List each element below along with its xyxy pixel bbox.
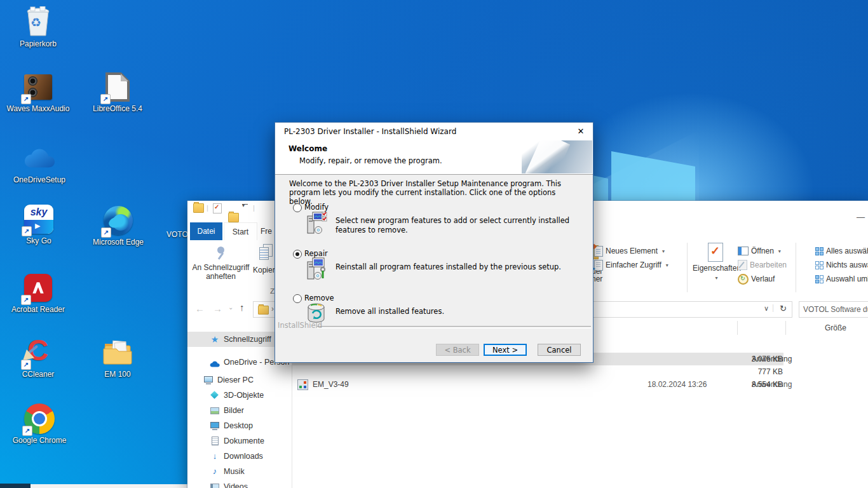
repair-radio[interactable] xyxy=(293,250,302,259)
properties-icon: ✓ xyxy=(708,243,723,262)
invert-selection-button[interactable]: Auswahl umkehren xyxy=(815,273,868,285)
modify-radio[interactable] xyxy=(293,203,302,212)
brand-divider xyxy=(317,326,591,329)
desktop-icon-microsoft-edge[interactable]: ↗ Microsoft Edge xyxy=(88,205,149,247)
edit-icon xyxy=(738,260,747,270)
shortcut-arrow-icon: ↗ xyxy=(101,227,111,238)
desktop-icon-label: EM 100 xyxy=(104,370,130,379)
recent-locations-icon[interactable]: ⌄ xyxy=(228,304,233,311)
tab-datei[interactable]: Datei xyxy=(190,222,222,240)
sidebar-item-bilder[interactable]: Bilder xyxy=(187,403,292,418)
documents-icon xyxy=(210,436,220,446)
recycle-symbol: ♻ xyxy=(31,15,41,30)
shortcut-arrow-icon: ↗ xyxy=(21,295,31,305)
remove-description: Remove all installed features. xyxy=(336,307,580,316)
remove-radio[interactable] xyxy=(293,294,302,303)
desktop-icon-sky-go[interactable]: sky ▶ ↗ Sky Go xyxy=(8,203,69,245)
waves-maxxaudio-icon: ↗ xyxy=(22,71,54,103)
dialog-header: Welcome Modify, repair, or remove the pr… xyxy=(275,140,593,175)
quick-access-newfolder-icon[interactable] xyxy=(228,213,239,222)
sidebar-item-downloads[interactable]: ↓ Downloads xyxy=(187,449,292,464)
quick-access-folder-icon[interactable] xyxy=(193,203,204,213)
3d-objects-icon xyxy=(210,390,220,400)
desktop-screen: ♻ Papierkorb ↗ Waves MaxxAudio ↗ LibreOf… xyxy=(0,0,868,488)
modify-icon xyxy=(307,212,327,238)
desktop-icon-label: Waves MaxxAudio xyxy=(7,105,70,113)
easy-access-button[interactable]: ▸ Einfacher Zugriff ▾ xyxy=(594,259,668,271)
shortcut-arrow-icon: ↗ xyxy=(21,94,31,104)
clipboard-group-label-partial: Z xyxy=(270,287,275,295)
desktop-icon-google-chrome[interactable]: ↗ Google Chrome xyxy=(9,403,70,445)
select-all-icon xyxy=(815,247,824,255)
invert-selection-icon xyxy=(815,275,824,283)
pin-to-quick-access-button[interactable]: An Schnellzugriff anheften xyxy=(187,263,254,281)
refresh-icon[interactable]: ↻ xyxy=(780,304,787,313)
close-icon[interactable]: ✕ xyxy=(574,125,588,138)
search-box[interactable]: VOTOL Software dur xyxy=(799,301,868,318)
repair-label: Repair xyxy=(304,249,328,258)
back-icon[interactable]: ← xyxy=(195,303,205,314)
application-file-icon xyxy=(297,379,308,390)
remove-label: Remove xyxy=(304,294,334,302)
pin-icon xyxy=(215,245,229,261)
sidebar-item-desktop[interactable]: Desktop xyxy=(187,418,292,433)
shortcut-arrow-icon: ↗ xyxy=(21,360,31,370)
music-icon: ♪ xyxy=(210,466,220,477)
new-item-button[interactable]: Neues Element ▾ xyxy=(594,245,665,257)
installshield-wizard-dialog: PL-2303 Driver Installer - InstallShield… xyxy=(275,122,593,363)
ccleaner-icon: C ↗ xyxy=(22,337,54,369)
up-icon[interactable]: ↑ xyxy=(240,302,245,313)
desktop-icon-waves-maxxaudio[interactable]: ↗ Waves MaxxAudio xyxy=(8,71,69,113)
dialog-header-subtitle: Modify, repair, or remove the program. xyxy=(299,156,442,165)
address-folder-icon xyxy=(258,306,269,315)
desktop-icon-onedrivesetup[interactable]: OneDriveSetup xyxy=(9,142,70,184)
history-button[interactable]: ↻ Verlauf xyxy=(738,273,775,285)
select-all-button[interactable]: Alles auswählen xyxy=(815,245,868,257)
dialog-title-bar[interactable]: PL-2303 Driver Installer - InstallShield… xyxy=(275,123,593,140)
desktop-icon-label: CCleaner xyxy=(22,370,55,379)
select-none-button[interactable]: Nichts auswählen xyxy=(815,259,868,271)
quick-access-properties-icon[interactable]: ✓ xyxy=(213,203,222,214)
table-row[interactable]: EM_V3-49 18.02.2024 13:26 Anwendung 8.55… xyxy=(292,378,783,391)
installshield-page-curl-graphic xyxy=(522,140,592,173)
minimize-icon[interactable]: — xyxy=(857,212,865,222)
desktop-icon-label: OneDriveSetup xyxy=(13,176,65,184)
sidebar-item-3d-objekte[interactable]: 3D-Objekte xyxy=(187,388,292,403)
modify-label: Modify xyxy=(304,203,329,212)
desktop-icon-em-100-folder[interactable]: EM 100 xyxy=(87,337,148,379)
desktop-icon-label: LibreOffice 5.4 xyxy=(93,105,142,113)
toolbar-separator: | xyxy=(253,204,255,212)
search-input-value: VOTOL Software dur xyxy=(803,305,868,314)
breadcrumb-chevron-icon: › xyxy=(271,304,274,313)
sidebar-item-dokumente[interactable]: Dokumente xyxy=(187,433,292,449)
desktop-icon-recycle-bin[interactable]: ♻ Papierkorb xyxy=(8,6,69,48)
recycle-bin-icon: ♻ xyxy=(22,6,54,38)
sidebar-item-videos[interactable]: Videos xyxy=(187,479,292,488)
desktop-icon-ccleaner[interactable]: C ↗ CCleaner xyxy=(8,337,69,379)
properties-button[interactable]: ✓ Eigenschaften ▾ xyxy=(693,243,738,281)
back-button[interactable]: < Back xyxy=(436,344,479,356)
address-dropdown-icon[interactable]: ∨ xyxy=(764,304,769,313)
chrome-icon: ↗ xyxy=(24,403,55,435)
desktop-icon-libreoffice[interactable]: ↗ LibreOffice 5.4 xyxy=(87,71,148,113)
desktop-icon-label: Papierkorb xyxy=(20,40,57,48)
sidebar-item-musik[interactable]: ♪ Musik xyxy=(187,464,292,479)
forward-icon[interactable]: → xyxy=(213,303,222,314)
dialog-header-title: Welcome xyxy=(288,144,327,153)
desktop-icon-label: Acrobat Reader xyxy=(11,306,65,314)
edit-button[interactable]: Bearbeiten xyxy=(738,259,787,271)
open-button[interactable]: Öffnen ▾ xyxy=(738,245,781,257)
table-row[interactable]: 777 KB xyxy=(292,365,783,378)
column-header-groesse[interactable]: Größe xyxy=(825,323,846,332)
dialog-intro-text: Welcome to the PL-2303 Driver Installer … xyxy=(289,179,578,206)
quick-access-star-icon: ★ xyxy=(210,334,220,344)
libreoffice-icon: ↗ xyxy=(102,71,133,103)
next-button[interactable]: Next > xyxy=(484,344,527,356)
sidebar-item-dieser-pc[interactable]: Dieser PC xyxy=(187,372,292,388)
sky-wordmark: sky xyxy=(24,205,53,220)
customize-toolbar-icon[interactable]: ▾ xyxy=(242,205,250,212)
tab-start[interactable]: Start xyxy=(224,222,257,241)
cancel-button[interactable]: Cancel xyxy=(538,344,581,356)
desktop-icon-acrobat-reader[interactable]: ↗ Acrobat Reader xyxy=(8,272,69,314)
copy-icon xyxy=(258,244,273,262)
